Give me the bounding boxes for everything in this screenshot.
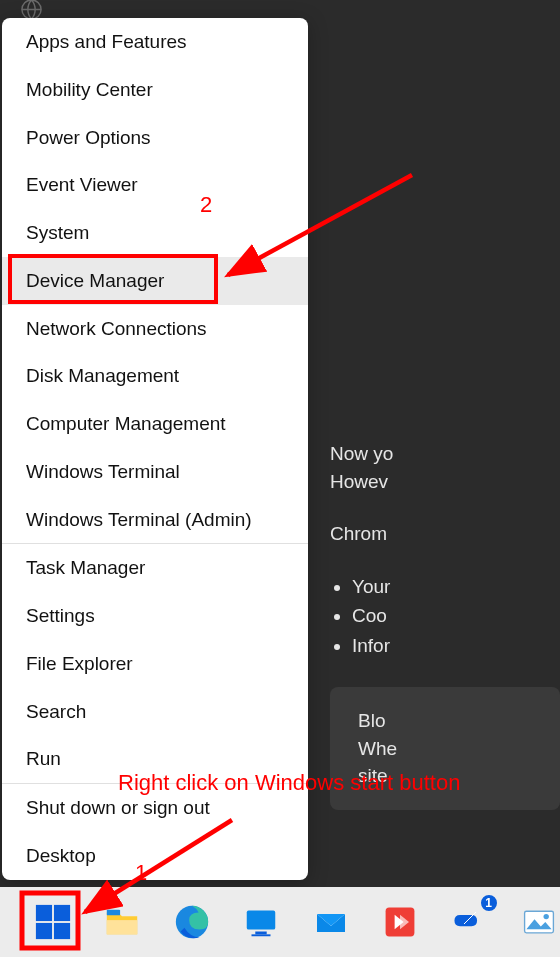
taskbar[interactable]: 1 (0, 887, 560, 957)
menu-item-computer-management[interactable]: Computer Management (2, 400, 308, 448)
svg-rect-2 (54, 905, 70, 921)
taskbar-edge[interactable] (171, 901, 213, 943)
winx-context-menu[interactable]: Apps and Features Mobility Center Power … (2, 18, 308, 880)
svg-rect-5 (107, 920, 137, 934)
folder-icon (103, 903, 141, 941)
edge-icon (173, 903, 211, 941)
menu-item-windows-terminal-admin[interactable]: Windows Terminal (Admin) (2, 496, 308, 544)
svg-rect-8 (247, 911, 276, 930)
svg-rect-12 (525, 911, 554, 933)
taskbar-file-explorer[interactable] (102, 901, 144, 943)
svg-rect-4 (54, 923, 70, 939)
svg-rect-9 (256, 932, 267, 935)
bg-card-line: Blo (358, 707, 532, 735)
menu-item-desktop[interactable]: Desktop (2, 832, 308, 880)
menu-item-mobility-center[interactable]: Mobility Center (2, 66, 308, 114)
menu-item-file-explorer[interactable]: File Explorer (2, 640, 308, 688)
bg-text: Howev (330, 471, 388, 492)
taskbar-phone-link[interactable]: 1 (449, 901, 491, 943)
menu-item-network-connections[interactable]: Network Connections (2, 305, 308, 353)
bg-list-item: Coo (352, 602, 560, 630)
windows-logo-icon (34, 903, 72, 941)
start-button[interactable] (32, 901, 74, 943)
svg-rect-10 (252, 934, 271, 936)
svg-rect-1 (36, 905, 52, 921)
bg-heading: Chrom (330, 520, 560, 548)
menu-item-event-viewer[interactable]: Event Viewer (2, 161, 308, 209)
menu-item-power-options[interactable]: Power Options (2, 114, 308, 162)
menu-item-apps-features[interactable]: Apps and Features (2, 18, 308, 66)
taskbar-mail[interactable] (310, 901, 352, 943)
annotation-number-2: 2 (200, 192, 212, 218)
bg-text: Now yo (330, 443, 393, 464)
bg-list: Your Coo Infor (330, 573, 560, 660)
menu-item-search[interactable]: Search (2, 688, 308, 736)
notification-badge: 1 (479, 893, 499, 913)
taskbar-photos[interactable] (519, 901, 561, 943)
bg-list-item: Infor (352, 632, 560, 660)
menu-item-system[interactable]: System (2, 209, 308, 257)
bg-card-line: Whe (358, 735, 532, 763)
bg-list-item: Your (352, 573, 560, 601)
menu-item-task-manager[interactable]: Task Manager (2, 544, 308, 592)
bg-paragraph-1: Now yo Howev (330, 440, 560, 495)
svg-rect-6 (107, 910, 120, 916)
taskbar-monitor[interactable] (241, 901, 283, 943)
svg-rect-3 (36, 923, 52, 939)
annotation-number-1: 1 (135, 860, 147, 886)
annotation-instruction: Right click on Windows start button (118, 770, 460, 796)
menu-item-settings[interactable]: Settings (2, 592, 308, 640)
photos-icon (521, 904, 557, 940)
taskbar-anydesk[interactable] (380, 901, 422, 943)
mail-icon (311, 902, 351, 942)
menu-item-windows-terminal[interactable]: Windows Terminal (2, 448, 308, 496)
svg-point-13 (544, 914, 549, 919)
menu-item-device-manager[interactable]: Device Manager (2, 257, 308, 305)
anydesk-icon (382, 904, 418, 940)
menu-item-disk-management[interactable]: Disk Management (2, 352, 308, 400)
monitor-icon (242, 903, 280, 941)
